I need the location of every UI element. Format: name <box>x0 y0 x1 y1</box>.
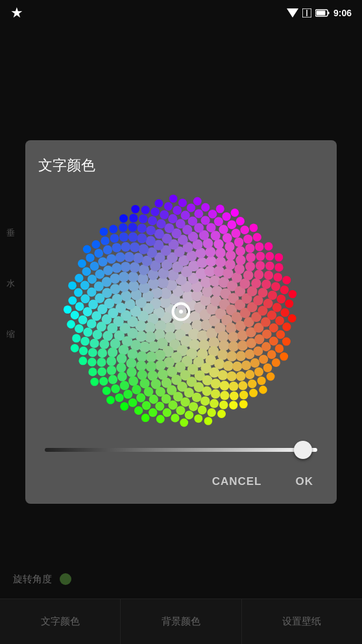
svg-point-322 <box>148 216 157 225</box>
svg-point-105 <box>197 257 208 268</box>
svg-point-240 <box>116 363 126 373</box>
svg-point-435 <box>250 224 258 232</box>
svg-point-172 <box>119 345 129 355</box>
svg-point-347 <box>176 406 185 415</box>
svg-point-284 <box>211 390 221 399</box>
svg-point-365 <box>248 379 257 388</box>
svg-point-242 <box>227 371 237 381</box>
svg-point-352 <box>230 391 239 401</box>
svg-point-359 <box>227 220 236 229</box>
svg-point-304 <box>219 225 228 234</box>
color-wheel[interactable]: // Generate the color wheel spiral dots … <box>58 188 304 435</box>
svg-point-219 <box>127 367 136 377</box>
svg-point-290 <box>87 319 97 328</box>
svg-point-363 <box>111 384 120 393</box>
svg-marker-0 <box>287 8 298 18</box>
svg-point-310 <box>245 370 254 379</box>
svg-point-200 <box>236 351 247 362</box>
cancel-button[interactable]: CANCEL <box>202 470 272 493</box>
svg-point-400 <box>71 311 79 319</box>
svg-point-291 <box>234 238 244 247</box>
svg-point-447 <box>71 344 79 353</box>
svg-point-244 <box>245 262 255 271</box>
svg-point-412 <box>272 358 280 367</box>
svg-point-282 <box>98 349 108 358</box>
svg-point-162 <box>119 272 129 282</box>
dialog-buttons: CANCEL OK <box>38 465 324 493</box>
svg-point-371 <box>88 358 97 367</box>
svg-point-424 <box>119 214 128 223</box>
svg-point-334 <box>155 402 164 411</box>
svg-point-308 <box>120 381 129 390</box>
svg-point-317 <box>201 216 210 225</box>
brightness-slider-thumb[interactable] <box>294 441 312 459</box>
svg-point-212 <box>145 236 156 247</box>
svg-point-387 <box>74 288 82 297</box>
svg-point-272 <box>106 254 116 264</box>
svg-point-319 <box>88 275 97 284</box>
svg-point-330 <box>181 211 190 220</box>
svg-point-403 <box>109 225 117 233</box>
svg-point-423 <box>156 415 165 423</box>
svg-point-183 <box>121 262 131 272</box>
wifi-icon <box>287 8 298 18</box>
svg-point-147 <box>215 256 226 267</box>
svg-point-353 <box>80 281 90 290</box>
svg-point-318 <box>220 391 229 400</box>
svg-point-181 <box>215 248 226 258</box>
svg-point-417 <box>285 299 293 308</box>
svg-point-198 <box>137 370 147 380</box>
svg-point-381 <box>185 411 194 420</box>
svg-point-380 <box>240 226 249 235</box>
svg-point-379 <box>75 325 84 334</box>
svg-point-328 <box>272 303 282 312</box>
svg-point-342 <box>123 390 132 399</box>
svg-point-294 <box>267 310 277 320</box>
svg-point-259 <box>121 242 130 252</box>
ok-button[interactable]: OK <box>285 470 324 493</box>
svg-point-437 <box>100 228 108 236</box>
svg-point-143 <box>146 362 156 372</box>
svg-point-96 <box>139 341 151 353</box>
star-icon: ★ <box>10 5 23 21</box>
svg-point-170 <box>133 253 143 264</box>
svg-point-225 <box>130 242 139 252</box>
svg-point-234 <box>245 349 254 359</box>
svg-point-440 <box>193 197 202 206</box>
brightness-slider-track[interactable] <box>45 448 317 452</box>
color-wheel-svg[interactable] <box>58 188 304 435</box>
svg-point-350 <box>97 367 106 377</box>
svg-point-358 <box>80 337 90 346</box>
svg-point-305 <box>200 397 210 406</box>
svg-point-187 <box>223 361 234 371</box>
svg-point-394 <box>208 408 216 417</box>
svg-point-292 <box>180 397 190 407</box>
svg-point-452 <box>106 396 115 404</box>
svg-point-271 <box>192 393 202 402</box>
svg-point-233 <box>154 229 164 239</box>
svg-point-149 <box>130 262 140 273</box>
svg-point-369 <box>119 223 128 232</box>
svg-point-385 <box>187 203 195 212</box>
svg-point-420 <box>249 389 258 397</box>
svg-point-327 <box>103 245 112 254</box>
svg-point-309 <box>168 214 177 223</box>
svg-point-261 <box>106 356 116 366</box>
svg-point-343 <box>160 210 169 219</box>
svg-point-252 <box>258 288 268 297</box>
svg-point-302 <box>261 342 271 351</box>
svg-point-321 <box>136 393 145 402</box>
color-picker-dialog: 文字颜色 <box>25 140 337 504</box>
svg-point-268 <box>254 346 263 356</box>
svg-point-354 <box>265 262 274 271</box>
svg-point-185 <box>127 358 137 369</box>
svg-point-414 <box>236 217 245 225</box>
svg-rect-5 <box>316 11 325 16</box>
svg-point-206 <box>117 354 127 364</box>
svg-point-361 <box>94 249 103 258</box>
svg-point-113 <box>213 266 224 277</box>
svg-point-274 <box>117 372 127 382</box>
svg-point-376 <box>128 398 138 407</box>
svg-point-451 <box>289 290 297 299</box>
svg-point-253 <box>128 376 138 386</box>
